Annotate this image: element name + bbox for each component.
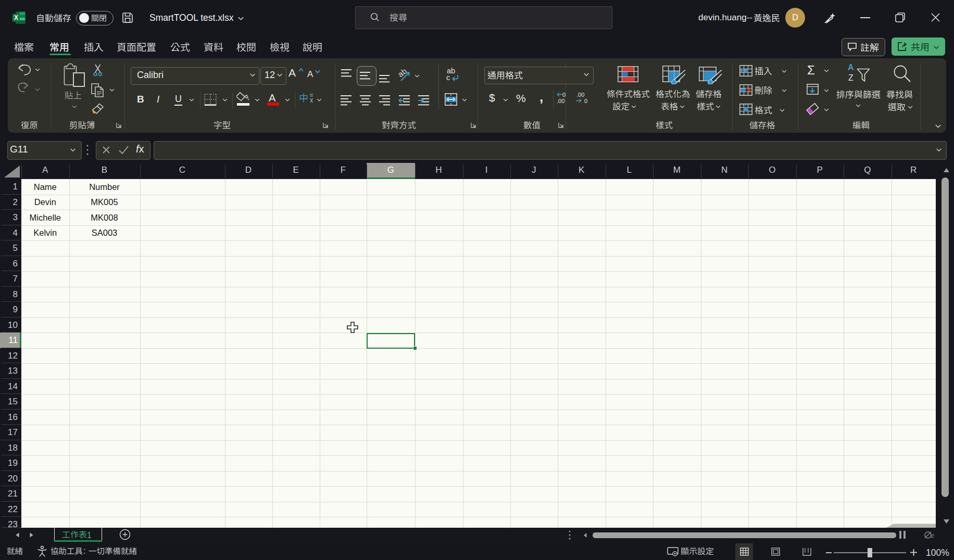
svg-text:X: X (14, 14, 18, 21)
